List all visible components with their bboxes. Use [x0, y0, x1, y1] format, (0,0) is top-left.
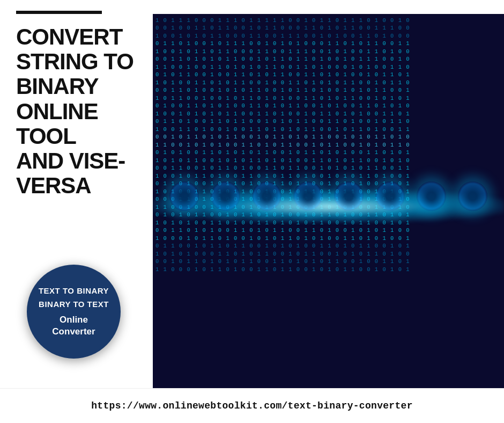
glow-spot	[458, 181, 487, 211]
glow-spots	[153, 175, 504, 218]
glow-spot	[334, 181, 364, 211]
binary-background: 1 0 1 1 1 0 0 0 1 1 1 0 1 1 1 1 1 0 0 1 …	[153, 14, 504, 388]
glow-spot	[293, 181, 323, 211]
title-line1: CONVERT STRING TO	[16, 24, 134, 74]
badge-text-to-binary: TEXT to BINARY	[39, 286, 109, 296]
glow-spot	[252, 181, 281, 211]
main-title: CONVERT STRING TO BINARY ONLINE TOOL AND…	[16, 25, 142, 198]
page-container: CONVERT STRING TO BINARY ONLINE TOOL AND…	[0, 0, 504, 423]
title-line2: BINARY ONLINE TOOL	[16, 74, 98, 148]
badge-converter: Converter	[52, 326, 95, 338]
glow-spot	[211, 181, 240, 211]
glow-spot	[417, 181, 446, 211]
title-line3: AND VISE-VERSA	[16, 148, 125, 198]
glow-spot	[375, 181, 405, 211]
footer-url[interactable]: https://www.onlinewebtoolkit.com/text-bi…	[91, 400, 413, 411]
circle-badge: TEXT to BINARY BINARY to TEXT Online Con…	[27, 265, 121, 359]
right-panel: 1 0 1 1 1 0 0 0 1 1 1 0 1 1 1 1 1 0 0 1 …	[153, 14, 504, 388]
glow-spot	[169, 181, 199, 211]
badge-online: Online	[60, 314, 88, 326]
badge-binary-to-text: BINARY to TEXT	[39, 299, 109, 310]
footer: https://www.onlinewebtoolkit.com/text-bi…	[0, 388, 504, 423]
